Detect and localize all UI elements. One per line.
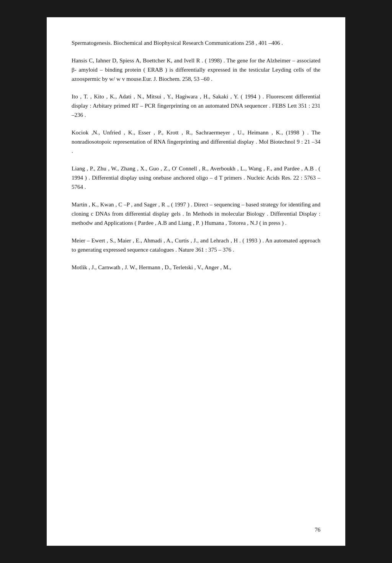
ref-5-text: Liang , P., Zhu , W., Zhang , X., Guo , … — [72, 164, 320, 191]
reference-6: Martin , K., Kwan , C –P , and Sager , R… — [72, 200, 320, 227]
ref-7-text: Meier – Ewert , S., Maier , E., Ahmadi ,… — [72, 236, 320, 254]
ref-4-text: Kociok ,N., Unfried , K., Esser , P., Kr… — [72, 128, 320, 155]
ref-1-text: Spermatogenesis. Biochemical and Biophys… — [72, 38, 320, 47]
reference-1: Spermatogenesis. Biochemical and Biophys… — [72, 38, 320, 47]
reference-7: Meier – Ewert , S., Maier , E., Ahmadi ,… — [72, 236, 320, 254]
page-number: 76 — [315, 525, 320, 534]
reference-3: Ito , T. , Kito , K., Adati , N., Mitsui… — [72, 92, 320, 119]
reference-5: Liang , P., Zhu , W., Zhang , X., Guo , … — [72, 164, 320, 191]
ref-6-text: Martin , K., Kwan , C –P , and Sager , R… — [72, 200, 320, 227]
reference-2: Hansis C, Iahner D, Spiess A, Boettcher … — [72, 56, 320, 83]
reference-8: Motlik , J., Carnwath , J. W., Hermann ,… — [72, 263, 320, 272]
ref-2-text: Hansis C, Iahner D, Spiess A, Boettcher … — [72, 56, 320, 83]
ref-3-text: Ito , T. , Kito , K., Adati , N., Mitsui… — [72, 92, 320, 119]
ref-8-text: Motlik , J., Carnwath , J. W., Hermann ,… — [72, 263, 320, 272]
page: Spermatogenesis. Biochemical and Biophys… — [47, 17, 345, 546]
reference-4: Kociok ,N., Unfried , K., Esser , P., Kr… — [72, 128, 320, 155]
